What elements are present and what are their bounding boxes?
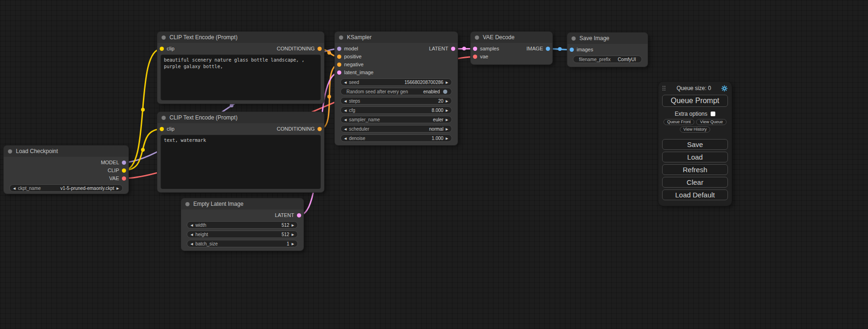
output-dot-model[interactable]	[122, 161, 126, 165]
wire-conditioning-positive-midpoint-dot	[327, 51, 331, 55]
negative-prompt-textarea[interactable]: text, watermark	[161, 135, 321, 189]
widget-value: 1.000	[432, 136, 444, 141]
slot-row: samples IMAGE	[471, 45, 552, 53]
increment-arrow-icon[interactable]: ▶	[445, 127, 449, 131]
increment-arrow-icon[interactable]: ▶	[291, 242, 295, 245]
widget-scheduler[interactable]: ◀ scheduler normal ▶	[340, 125, 452, 133]
node-title-bar[interactable]: CLIP Text Encode (Prompt)	[157, 112, 324, 123]
widget-filename-prefix[interactable]: filename_prefix ComfyUI	[573, 56, 642, 63]
output-dot-latent[interactable]	[297, 213, 301, 217]
queue-size-label: Queue size: 0	[667, 85, 721, 91]
node-title-bar[interactable]: Save Image	[567, 33, 648, 44]
load-button[interactable]: Load	[662, 152, 728, 162]
output-dot-conditioning[interactable]	[318, 127, 322, 131]
queue-front-button[interactable]: Queue Front	[663, 119, 695, 125]
load-default-button[interactable]: Load Default	[662, 189, 728, 200]
widget-batch-size[interactable]: ◀ batch_size 1 ▶	[187, 240, 298, 247]
output-slot-latent: LATENT	[181, 211, 303, 219]
collapse-dot-icon[interactable]	[185, 202, 190, 206]
input-dot-negative[interactable]	[337, 63, 341, 67]
widget-steps[interactable]: ◀ steps 20 ▶	[340, 97, 452, 105]
node-title-bar[interactable]: KSampler	[335, 32, 458, 43]
increment-arrow-icon[interactable]: ▶	[116, 187, 120, 190]
increment-arrow-icon[interactable]: ▶	[445, 118, 449, 121]
slot-label: latent_image	[344, 70, 374, 75]
output-dot-clip[interactable]	[122, 168, 126, 173]
node-title: KSampler	[347, 34, 372, 41]
slot-row: clip CONDITIONING	[157, 45, 324, 53]
input-dot-model[interactable]	[337, 47, 341, 51]
decrement-arrow-icon[interactable]: ◀	[12, 187, 16, 190]
widget-sampler-name[interactable]: ◀ sampler_name euler ▶	[340, 116, 452, 123]
increment-arrow-icon[interactable]: ▶	[445, 137, 449, 140]
input-dot-clip[interactable]	[160, 127, 164, 131]
decrement-arrow-icon[interactable]: ◀	[190, 224, 194, 227]
output-dot-conditioning[interactable]	[318, 47, 322, 51]
increment-arrow-icon[interactable]: ▶	[445, 109, 449, 112]
node-vae-decode[interactable]: VAE Decode samples IMAGE vae	[471, 32, 552, 64]
decrement-arrow-icon[interactable]: ◀	[343, 137, 347, 140]
widget-value: 8.000	[432, 108, 444, 113]
decrement-arrow-icon[interactable]: ◀	[343, 99, 347, 103]
collapse-dot-icon[interactable]	[475, 35, 479, 40]
widget-denoise[interactable]: ◀ denoise 1.000 ▶	[340, 134, 452, 142]
node-load-checkpoint[interactable]: Load Checkpoint MODEL CLIP VAE ◀ ckpt_na…	[4, 146, 128, 194]
decrement-arrow-icon[interactable]: ◀	[343, 118, 347, 121]
collapse-dot-icon[interactable]	[8, 149, 12, 154]
output-dot-vae[interactable]	[122, 176, 126, 181]
decrement-arrow-icon[interactable]: ◀	[190, 242, 194, 245]
seed-toggle-icon[interactable]	[443, 90, 447, 94]
input-dot-vae[interactable]	[473, 55, 477, 59]
widget-seed-control[interactable]: Random seed after every gen enabled	[340, 88, 452, 95]
decrement-arrow-icon[interactable]: ◀	[343, 81, 347, 84]
increment-arrow-icon[interactable]: ▶	[291, 224, 295, 227]
widget-cfg[interactable]: ◀ cfg 8.000 ▶	[340, 106, 452, 114]
widget-label: width	[195, 223, 206, 228]
increment-arrow-icon[interactable]: ▶	[445, 99, 449, 103]
collapse-dot-icon[interactable]	[339, 35, 343, 40]
drag-handle-icon[interactable]	[662, 86, 667, 91]
increment-arrow-icon[interactable]: ▶	[445, 81, 449, 84]
output-dot-latent[interactable]	[451, 47, 455, 51]
input-dot-latent-image[interactable]	[337, 70, 341, 75]
node-clip-text-encode-positive[interactable]: CLIP Text Encode (Prompt) clip CONDITION…	[157, 32, 324, 104]
collapse-dot-icon[interactable]	[572, 36, 576, 41]
input-dot-positive[interactable]	[337, 55, 341, 59]
widget-label: filename_prefix	[579, 57, 611, 62]
refresh-button[interactable]: Refresh	[662, 164, 728, 175]
collapse-dot-icon[interactable]	[162, 35, 166, 40]
view-history-button[interactable]: View History	[680, 126, 711, 133]
decrement-arrow-icon[interactable]: ◀	[343, 109, 347, 112]
widget-seed[interactable]: ◀ seed 156680208700286 ▶	[340, 78, 452, 86]
collapse-dot-icon[interactable]	[162, 116, 166, 120]
output-dot-image[interactable]	[546, 47, 550, 51]
node-clip-text-encode-negative[interactable]: CLIP Text Encode (Prompt) clip CONDITION…	[157, 112, 324, 192]
comfy-menu[interactable]: Queue size: 0 Queue Prompt Extra options…	[658, 82, 732, 206]
node-empty-latent-image[interactable]: Empty Latent Image LATENT ◀ width 512 ▶ …	[181, 198, 303, 251]
input-dot-clip[interactable]	[160, 47, 164, 51]
queue-prompt-button[interactable]: Queue Prompt	[662, 95, 728, 107]
node-save-image[interactable]: Save Image images filename_prefix ComfyU…	[567, 33, 648, 67]
view-queue-button[interactable]: View Queue	[696, 119, 727, 125]
node-title-bar[interactable]: Empty Latent Image	[181, 198, 303, 210]
settings-gear-icon[interactable]	[721, 85, 728, 92]
node-title-bar[interactable]: VAE Decode	[471, 32, 552, 43]
widget-height[interactable]: ◀ height 512 ▶	[187, 231, 298, 238]
node-ksampler[interactable]: KSampler model LATENT positive negative …	[335, 32, 458, 145]
save-button[interactable]: Save	[662, 139, 728, 150]
extra-options-checkbox[interactable]	[711, 112, 715, 116]
positive-prompt-textarea[interactable]: beautiful scenery nature glass bottle la…	[161, 55, 321, 100]
node-graph-canvas[interactable]: Load Checkpoint MODEL CLIP VAE ◀ ckpt_na…	[0, 0, 868, 329]
widget-width[interactable]: ◀ width 512 ▶	[187, 221, 298, 229]
input-dot-images[interactable]	[570, 48, 574, 52]
decrement-arrow-icon[interactable]: ◀	[343, 127, 347, 131]
input-dot-samples[interactable]	[473, 47, 477, 51]
node-title: Save Image	[579, 35, 609, 42]
decrement-arrow-icon[interactable]: ◀	[190, 233, 194, 236]
widget-ckpt-name[interactable]: ◀ ckpt_name v1-5-pruned-emaonly.ckpt ▶	[9, 184, 123, 192]
clear-button[interactable]: Clear	[662, 177, 728, 188]
node-title-bar[interactable]: CLIP Text Encode (Prompt)	[157, 32, 324, 43]
increment-arrow-icon[interactable]: ▶	[291, 233, 295, 236]
node-title-bar[interactable]: Load Checkpoint	[4, 146, 128, 157]
input-slot-latent-image: latent_image	[335, 69, 458, 77]
